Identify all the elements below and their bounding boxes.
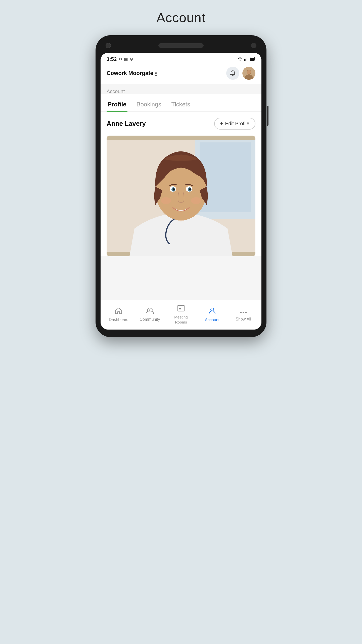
profile-content: Anne Lavery + Edit Profile [101, 112, 261, 256]
content-area: Account Profile Bookings Tickets Anne La… [101, 84, 261, 300]
svg-point-21 [189, 188, 191, 190]
notification-bell-button[interactable] [226, 67, 239, 80]
nav-item-community[interactable]: Community [137, 307, 162, 322]
nav-label-community: Community [140, 317, 160, 322]
phone-shell: 3:52 ↻ ▣ ⊘ [96, 35, 266, 337]
profile-name: Anne Lavery [107, 120, 146, 128]
tab-tickets[interactable]: Tickets [170, 97, 191, 111]
status-bar: 3:52 ↻ ▣ ⊘ [101, 53, 261, 64]
wifi-icon [237, 57, 243, 62]
calendar-icon [177, 304, 185, 313]
svg-point-29 [240, 312, 242, 313]
edit-icon: + [220, 121, 223, 127]
status-left: 3:52 ↻ ▣ ⊘ [107, 56, 133, 62]
edit-profile-button[interactable]: + Edit Profile [214, 118, 255, 130]
proximity-sensor [251, 43, 256, 48]
workspace-selector[interactable]: Cowork Moorgate ▾ [107, 70, 157, 76]
battery-icon [250, 57, 255, 62]
notification-icon: ⊘ [130, 57, 133, 62]
svg-rect-3 [248, 57, 249, 61]
status-right [237, 57, 255, 62]
nav-item-show-all[interactable]: Show All [231, 307, 256, 321]
account-section-label: Account [101, 84, 261, 94]
tab-profile[interactable]: Profile [107, 97, 127, 111]
svg-rect-1 [246, 59, 246, 61]
svg-point-28 [211, 308, 214, 311]
community-icon [146, 307, 154, 316]
nav-label-meeting-rooms: MeetingRooms [174, 315, 188, 325]
svg-rect-5 [250, 58, 254, 60]
svg-rect-0 [244, 59, 245, 61]
front-camera [106, 43, 111, 48]
svg-rect-26 [178, 305, 184, 311]
account-icon [209, 307, 216, 316]
home-icon [115, 307, 122, 316]
bottom-nav: Dashboard Community [101, 300, 261, 330]
edit-profile-label: Edit Profile [225, 121, 249, 127]
workspace-name: Cowork Moorgate [107, 70, 153, 76]
svg-point-23 [191, 197, 201, 204]
svg-point-6 [233, 71, 233, 71]
tab-bookings[interactable]: Bookings [135, 97, 162, 111]
page-title: Account [157, 10, 206, 25]
status-time: 3:52 [107, 56, 117, 62]
svg-point-24 [147, 309, 150, 311]
svg-point-10 [247, 70, 251, 74]
tab-bar: Profile Bookings Tickets [101, 94, 261, 112]
phone-screen: 3:52 ↻ ▣ ⊘ [101, 53, 261, 330]
nav-label-account: Account [205, 318, 219, 322]
nav-label-dashboard: Dashboard [109, 317, 128, 322]
sync-icon: ↻ [119, 57, 122, 62]
profile-header: Anne Lavery + Edit Profile [107, 118, 255, 130]
nav-label-show-all: Show All [236, 317, 251, 321]
svg-point-20 [173, 188, 175, 190]
svg-point-31 [245, 312, 247, 313]
storage-icon: ▣ [124, 57, 128, 62]
power-button [267, 106, 268, 126]
phone-speaker [158, 43, 204, 48]
svg-rect-27 [179, 308, 181, 309]
profile-photo [107, 136, 255, 256]
top-nav: Cowork Moorgate ▾ [101, 64, 261, 84]
nav-item-meeting-rooms[interactable]: MeetingRooms [168, 304, 194, 325]
nav-item-dashboard[interactable]: Dashboard [106, 307, 131, 322]
svg-point-25 [150, 309, 152, 311]
phone-top [101, 43, 261, 53]
more-icon [240, 307, 247, 315]
svg-point-30 [243, 312, 244, 313]
svg-point-22 [161, 197, 171, 204]
chevron-down-icon: ▾ [155, 71, 157, 76]
nav-actions [226, 67, 255, 80]
user-avatar-button[interactable] [242, 67, 255, 80]
nav-item-account[interactable]: Account [200, 307, 225, 322]
svg-rect-2 [247, 58, 247, 61]
signal-icon [244, 57, 248, 62]
